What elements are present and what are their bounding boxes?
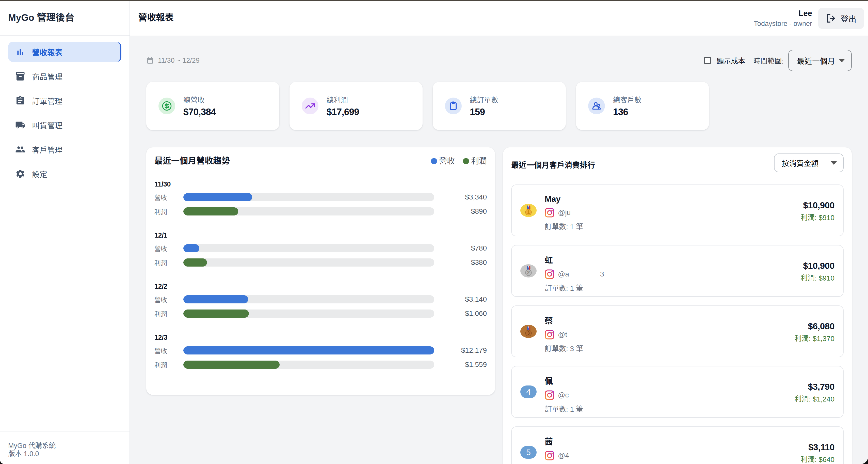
svg-text:3: 3 [527,330,530,336]
svg-text:1: 1 [527,210,530,215]
svg-text:2: 2 [527,270,530,275]
